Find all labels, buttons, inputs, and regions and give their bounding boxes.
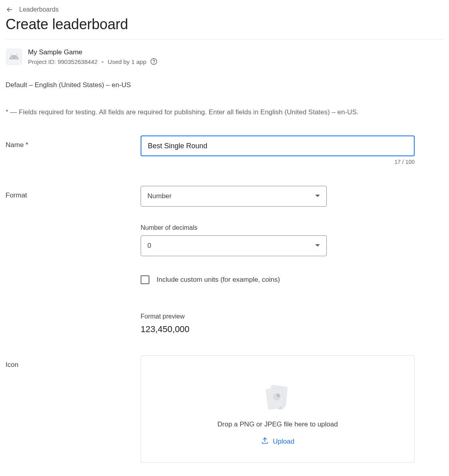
divider <box>6 39 443 40</box>
format-label: Format <box>6 186 141 199</box>
decimals-value: 0 <box>147 242 151 250</box>
file-stack-icon <box>263 384 292 412</box>
used-by-apps: Used by 1 app <box>108 58 147 65</box>
breadcrumb[interactable]: Leaderboards <box>6 6 443 14</box>
locale-text: Default – English (United States) – en-U… <box>6 81 443 89</box>
decimals-label: Number of decimals <box>141 224 415 231</box>
project-name: My Sample Game <box>28 48 157 56</box>
icon-label: Icon <box>6 355 141 369</box>
caret-down-icon <box>315 192 320 200</box>
separator-dot: • <box>101 58 103 65</box>
format-preview-label: Format preview <box>141 313 415 320</box>
android-icon <box>6 48 22 65</box>
name-char-count: 17 / 100 <box>141 159 415 165</box>
project-id: Project ID: 990352638442 <box>28 58 97 65</box>
custom-units-label: Include custom units (for example, coins… <box>157 276 280 284</box>
format-preview-value: 123,450,000 <box>141 324 415 335</box>
arrow-left-icon <box>6 6 14 14</box>
help-icon[interactable] <box>150 58 157 65</box>
project-header: My Sample Game Project ID: 990352638442 … <box>6 48 443 65</box>
upload-button[interactable]: Upload <box>261 436 294 446</box>
page-title: Create leaderboard <box>6 16 443 33</box>
format-select[interactable]: Number <box>141 186 327 207</box>
dropzone-text: Drop a PNG or JPEG file here to upload <box>217 420 338 428</box>
caret-down-icon <box>315 242 320 250</box>
custom-units-checkbox[interactable] <box>141 275 149 284</box>
upload-label: Upload <box>273 438 294 446</box>
svg-point-1 <box>154 63 154 63</box>
breadcrumb-label: Leaderboards <box>19 6 59 13</box>
required-fields-help: * — Fields required for testing. All fie… <box>6 108 443 116</box>
name-input[interactable] <box>141 135 415 156</box>
icon-dropzone[interactable]: Drop a PNG or JPEG file here to upload U… <box>141 355 415 463</box>
decimals-select[interactable]: 0 <box>141 235 327 256</box>
format-value: Number <box>147 192 171 200</box>
upload-icon <box>261 436 269 446</box>
name-label: Name * <box>6 135 141 149</box>
